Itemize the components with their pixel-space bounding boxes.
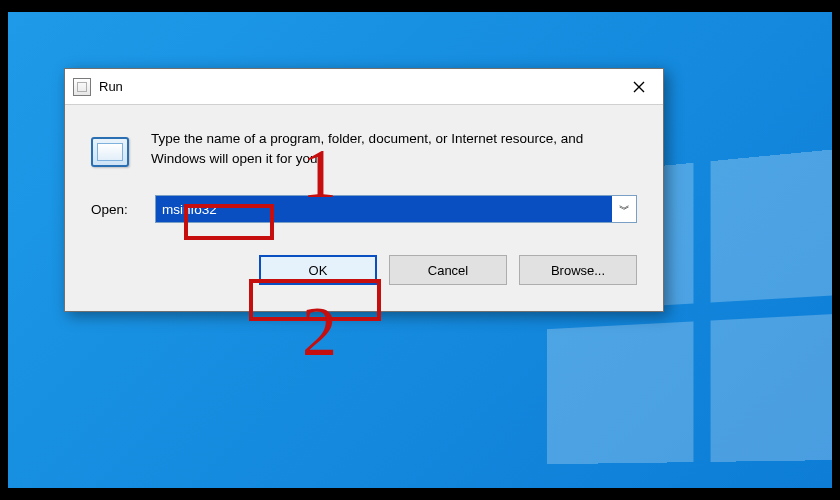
browse-button[interactable]: Browse... [519,255,637,285]
ok-button[interactable]: OK [259,255,377,285]
close-icon [633,81,645,93]
window-title: Run [99,79,123,94]
chevron-down-icon[interactable]: ︾ [612,196,636,222]
dialog-body: Type the name of a program, folder, docu… [65,105,663,181]
open-input[interactable] [156,196,612,222]
cancel-button[interactable]: Cancel [389,255,507,285]
button-row: OK Cancel Browse... [65,231,663,311]
close-button[interactable] [615,69,663,105]
desktop-background: Run Type the name of a program, folder, … [8,12,832,488]
titlebar: Run [65,69,663,105]
run-icon [73,78,91,96]
run-dialog: Run Type the name of a program, folder, … [64,68,664,312]
run-program-icon [91,133,131,173]
open-row: Open: ︾ [65,181,663,231]
dialog-description: Type the name of a program, folder, docu… [151,129,637,168]
open-label: Open: [91,202,139,217]
open-combobox[interactable]: ︾ [155,195,637,223]
